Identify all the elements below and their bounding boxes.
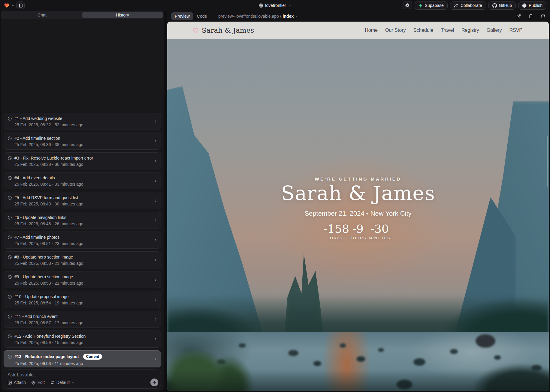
publish-button[interactable]: Publish bbox=[518, 1, 546, 10]
chevron-right-icon bbox=[154, 139, 158, 143]
hero-title: Sarah & James bbox=[281, 182, 435, 205]
history-item-title: #12 - Add Honeyfund Registry Section bbox=[14, 334, 86, 339]
nav-link-home[interactable]: Home bbox=[365, 28, 378, 33]
history-item[interactable]: #5 - Add RSVP form and guest list 25 Feb… bbox=[4, 192, 161, 209]
mode-label: Default bbox=[56, 380, 70, 385]
chevron-down-icon bbox=[288, 4, 292, 7]
history-item-title: #13 - Refactor index page layout bbox=[14, 354, 79, 359]
heart-outline-icon bbox=[193, 28, 199, 33]
chevron-down-icon bbox=[71, 381, 74, 384]
history-item[interactable]: #12 - Add Honeyfund Registry Section 25 … bbox=[4, 331, 161, 348]
history-item[interactable]: #1 - Add wedding website 25 Feb 2025, 08… bbox=[4, 113, 161, 130]
nav-link-rsvp[interactable]: RSVP bbox=[509, 28, 522, 33]
history-item-title: #8 - Update hero section image bbox=[14, 255, 73, 259]
history-item-title: #5 - Add RSVP form and guest list bbox=[14, 195, 78, 200]
history-item[interactable]: #4 - Add event details 25 Feb 2025, 08:4… bbox=[4, 172, 161, 189]
countdown-days-label: DAYS bbox=[330, 236, 343, 240]
preview-url-page: index bbox=[283, 14, 294, 19]
nav-link-our-story[interactable]: Our Story bbox=[385, 28, 406, 33]
chevron-right-icon bbox=[154, 119, 158, 123]
countdown-minutes-value: -30 bbox=[370, 223, 389, 235]
history-icon bbox=[8, 235, 12, 240]
collaborate-label: Collaborate bbox=[461, 3, 482, 8]
history-item-timestamp: 25 Feb 2025, 08:59 - 15 minutes ago bbox=[14, 340, 152, 345]
attach-button[interactable]: Attach bbox=[8, 380, 26, 385]
publish-label: Publish bbox=[529, 3, 542, 8]
locate-icon bbox=[31, 380, 36, 385]
toggle-sidebar-button[interactable] bbox=[16, 1, 25, 9]
nav-link-schedule[interactable]: Schedule bbox=[413, 28, 433, 33]
history-item-title: #11 - Add brunch event bbox=[14, 314, 58, 319]
arrow-up-icon bbox=[153, 381, 156, 385]
countdown: -158 DAYS -9 HOURS -30 MINUTES bbox=[326, 223, 390, 240]
settings-button[interactable] bbox=[403, 1, 412, 9]
history-item[interactable]: #6 - Update navigation links 25 Feb 2025… bbox=[4, 212, 161, 229]
history-item-title: #7 - Add timeline photos bbox=[14, 235, 59, 240]
history-item[interactable]: #9 - Update hero section image 25 Feb 20… bbox=[4, 271, 161, 288]
history-list: #1 - Add wedding website 25 Feb 2025, 08… bbox=[1, 113, 164, 368]
history-item-timestamp: 25 Feb 2025, 08:53 - 21 minutes ago bbox=[14, 261, 152, 266]
history-item-timestamp: 25 Feb 2025, 08:51 - 23 minutes ago bbox=[14, 241, 152, 246]
history-icon bbox=[8, 314, 12, 319]
supabase-button[interactable]: Supabase bbox=[415, 1, 448, 10]
refresh-button[interactable] bbox=[541, 14, 545, 19]
current-badge: Current bbox=[83, 354, 102, 360]
history-item[interactable]: #2 - Add timeline section 25 Feb 2025, 0… bbox=[4, 133, 161, 150]
countdown-hours: -9 HOURS bbox=[348, 223, 368, 240]
site-preview-viewport: Sarah & James HomeOur StoryScheduleTrave… bbox=[167, 22, 549, 391]
site-logo-text: Sarah & James bbox=[202, 26, 254, 34]
site-header: Sarah & James HomeOur StoryScheduleTrave… bbox=[167, 22, 549, 39]
history-item-title: #2 - Add timeline section bbox=[14, 136, 60, 141]
nav-link-travel[interactable]: Travel bbox=[441, 28, 454, 33]
history-item[interactable]: #13 - Refactor index page layout Current… bbox=[4, 350, 161, 367]
site-logo[interactable]: Sarah & James bbox=[193, 26, 254, 34]
chevron-right-icon bbox=[154, 238, 158, 242]
chevron-right-icon bbox=[154, 298, 158, 301]
edit-select-button[interactable]: Edit bbox=[31, 380, 45, 385]
chevron-right-icon bbox=[154, 258, 158, 262]
tab-chat[interactable]: Chat bbox=[2, 12, 82, 18]
github-label: GitHub bbox=[499, 3, 512, 8]
chevron-right-icon bbox=[154, 159, 158, 163]
preview-url[interactable]: preview--lovefrontier.lovable.app / inde… bbox=[218, 14, 298, 19]
history-item-title: #10 - Update proposal image bbox=[14, 294, 69, 299]
history-item-title: #9 - Update hero section image bbox=[14, 274, 73, 279]
edit-label: Edit bbox=[38, 380, 45, 385]
send-button[interactable] bbox=[150, 379, 158, 386]
tab-history[interactable]: History bbox=[82, 12, 163, 18]
history-item[interactable]: #10 - Update proposal image 25 Feb 2025,… bbox=[4, 291, 161, 308]
mode-selector[interactable]: Default bbox=[50, 380, 74, 385]
panel-tabs: Chat History bbox=[1, 11, 163, 19]
chevron-right-icon bbox=[154, 278, 158, 282]
history-item-timestamp: 25 Feb 2025, 08:54 - 19 minutes ago bbox=[14, 301, 152, 305]
history-item[interactable]: #3 - Fix: Resolve Lucide-react import er… bbox=[4, 152, 161, 169]
github-button[interactable]: GitHub bbox=[488, 1, 516, 10]
history-item-timestamp: 25 Feb 2025, 08:43 - 30 minutes ago bbox=[14, 202, 152, 206]
history-item-title: #4 - Add event details bbox=[14, 175, 55, 180]
globe-icon bbox=[522, 3, 527, 8]
project-switcher[interactable]: lovefrontier bbox=[258, 0, 291, 11]
collaborate-button[interactable]: Collaborate bbox=[450, 1, 486, 10]
history-item[interactable]: #7 - Add timeline photos 25 Feb 2025, 08… bbox=[4, 232, 161, 249]
history-icon bbox=[8, 355, 12, 359]
lovable-logo-menu[interactable] bbox=[4, 3, 14, 8]
preview-toolbar: Preview Code preview--lovefrontier.lovab… bbox=[167, 11, 550, 22]
chevron-right-icon bbox=[154, 337, 158, 341]
history-item[interactable]: #11 - Add brunch event 25 Feb 2025, 08:5… bbox=[4, 311, 161, 328]
mobile-view-button[interactable] bbox=[529, 14, 533, 19]
tab-preview[interactable]: Preview bbox=[171, 12, 193, 20]
history-item-title: #3 - Fix: Resolve Lucide-react import er… bbox=[14, 156, 93, 160]
image-attach-icon bbox=[8, 380, 12, 385]
history-item[interactable]: #8 - Update hero section image 25 Feb 20… bbox=[4, 251, 161, 268]
open-in-new-tab-button[interactable] bbox=[516, 14, 521, 19]
history-icon bbox=[8, 136, 12, 141]
chevron-right-icon bbox=[154, 218, 158, 222]
nav-link-registry[interactable]: Registry bbox=[461, 28, 479, 33]
chevron-down-icon bbox=[295, 15, 298, 18]
tab-code[interactable]: Code bbox=[193, 12, 210, 20]
chevron-right-icon bbox=[154, 179, 158, 183]
history-icon bbox=[8, 196, 12, 200]
app-topbar: lovefrontier Supabase Collaborate bbox=[0, 0, 550, 11]
supabase-label: Supabase bbox=[425, 3, 444, 8]
nav-link-gallery[interactable]: Gallery bbox=[487, 28, 502, 33]
